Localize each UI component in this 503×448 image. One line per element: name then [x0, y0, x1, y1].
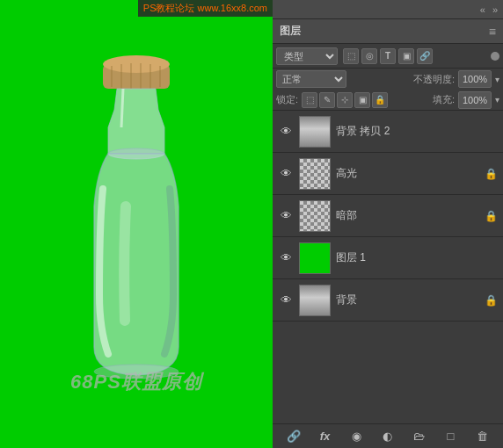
filter-select[interactable]: 类型 — [276, 47, 338, 65]
thumb-content — [300, 117, 330, 147]
lock-move-btn[interactable]: ⊹ — [337, 92, 353, 108]
opacity-input[interactable] — [458, 70, 492, 88]
layer-visibility-eye[interactable]: 👁 — [278, 208, 294, 224]
bottle-svg — [48, 31, 224, 417]
collapse-icon[interactable]: « — [480, 4, 485, 15]
thumb-content — [300, 243, 330, 273]
layer-item[interactable]: 👁 暗部 🔒 — [273, 195, 503, 237]
link-layers-btn[interactable]: 🔗 — [284, 427, 303, 446]
layers-list: 👁 背景 拷贝 2 👁 高光 🔒 👁 — [273, 111, 503, 423]
layers-title: 图层 — [280, 24, 301, 39]
panel-topbar: « » — [273, 0, 503, 19]
filter-shape-icon[interactable]: ▣ — [398, 48, 414, 64]
layer-thumbnail — [299, 242, 331, 274]
lock-label: 锁定: — [276, 93, 298, 106]
new-layer-btn[interactable]: □ — [441, 427, 460, 446]
watermark: 68PS联盟原创 — [70, 369, 202, 395]
filter-adjustment-icon[interactable]: ◎ — [361, 48, 377, 64]
add-mask-btn[interactable]: ◉ — [346, 427, 366, 446]
layer-lock-icon: 🔒 — [485, 294, 498, 307]
layer-item[interactable]: 👁 图层 1 — [273, 237, 503, 279]
layer-name: 背景 — [336, 293, 479, 307]
filter-toggle-dot[interactable] — [491, 52, 499, 61]
fill-input[interactable] — [458, 91, 492, 109]
lock-paint-btn[interactable]: ✎ — [319, 92, 335, 108]
filter-smart-icon[interactable]: 🔗 — [417, 48, 433, 64]
layer-thumbnail — [299, 200, 331, 232]
adjustment-btn[interactable]: ◐ — [378, 427, 397, 446]
lock-icons: ⬚ ✎ ⊹ ▣ 🔒 — [302, 92, 388, 108]
layers-menu-icon[interactable]: ≡ — [489, 25, 496, 39]
fill-arrow[interactable]: ▾ — [495, 95, 499, 105]
layer-name: 背景 拷贝 2 — [336, 124, 498, 139]
layer-thumbnail — [299, 116, 331, 148]
layer-name: 暗部 — [336, 208, 479, 223]
thumb-content — [300, 159, 330, 189]
expand-icon[interactable]: » — [492, 4, 498, 15]
layers-header: 图层 ≡ — [273, 19, 503, 44]
lock-transparency-btn[interactable]: ⬚ — [302, 92, 317, 108]
layers-content: 图层 ≡ 类型 ⬚ ◎ T ▣ 🔗 正常 不透明度: ▾ — [273, 19, 503, 448]
fill-label: 填充: — [433, 93, 455, 106]
layer-name: 高光 — [336, 166, 479, 181]
layer-visibility-eye[interactable]: 👁 — [278, 293, 294, 308]
layer-name: 图层 1 — [336, 250, 498, 265]
layer-visibility-eye[interactable]: 👁 — [278, 250, 294, 266]
blend-mode-select[interactable]: 正常 — [276, 70, 346, 88]
filter-row: 类型 ⬚ ◎ T ▣ 🔗 — [273, 44, 503, 69]
delete-layer-btn[interactable]: 🗑 — [472, 427, 492, 446]
layer-item[interactable]: 👁 高光 🔒 — [273, 153, 503, 195]
layer-lock-icon: 🔒 — [485, 168, 498, 180]
canvas-area: 68PS联盟原创 PS教程论坛 www.16xx8.com — [0, 0, 273, 448]
new-group-btn[interactable]: 🗁 — [410, 427, 429, 446]
thumb-content — [300, 201, 330, 231]
website-banner: PS教程论坛 www.16xx8.com — [138, 0, 273, 17]
filter-icons: ⬚ ◎ T ▣ 🔗 — [343, 48, 433, 64]
blend-row: 正常 不透明度: ▾ — [273, 69, 503, 90]
layer-item[interactable]: 👁 背景 拷贝 2 — [273, 111, 503, 153]
layer-item[interactable]: 👁 背景 🔒 — [273, 279, 503, 322]
thumb-content — [300, 285, 330, 315]
layer-visibility-eye[interactable]: 👁 — [278, 124, 294, 140]
layer-thumbnail — [299, 285, 331, 316]
filter-type-icon[interactable]: T — [380, 48, 396, 64]
fx-btn[interactable]: fx — [316, 427, 335, 446]
opacity-label: 不透明度: — [413, 73, 455, 86]
layer-visibility-eye[interactable]: 👁 — [278, 166, 294, 182]
canvas-content: 68PS联盟原创 PS教程论坛 www.16xx8.com — [0, 0, 273, 448]
layer-thumbnail — [299, 158, 331, 190]
opacity-arrow[interactable]: ▾ — [495, 75, 499, 84]
lock-artboard-btn[interactable]: ▣ — [354, 92, 370, 108]
lock-row: 锁定: ⬚ ✎ ⊹ ▣ 🔒 填充: ▾ — [273, 90, 503, 111]
layer-lock-icon: 🔒 — [485, 210, 498, 222]
layers-toolbar: 🔗 fx ◉ ◐ 🗁 □ 🗑 — [273, 423, 503, 448]
lock-all-btn[interactable]: 🔒 — [372, 92, 388, 108]
filter-pixel-icon[interactable]: ⬚ — [343, 48, 359, 64]
layers-panel: « » 图层 ≡ 类型 ⬚ ◎ T ▣ 🔗 正常 — [273, 0, 503, 448]
